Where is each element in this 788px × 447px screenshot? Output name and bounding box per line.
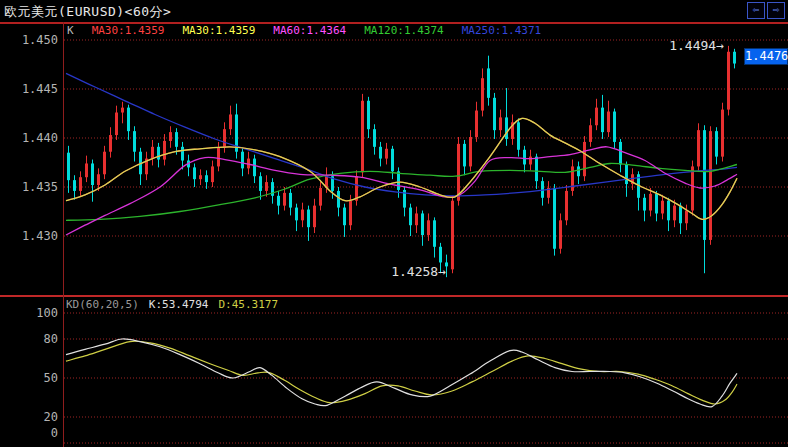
- ma-line-ma30: [66, 118, 737, 219]
- ma-legend: KMA30:1.4359MA30:1.4359MA60:1.4364MA120:…: [67, 24, 559, 37]
- chart-canvas[interactable]: [0, 0, 788, 447]
- ma-line-ma250: [66, 73, 737, 196]
- y-axis-label: 1.440: [0, 131, 58, 145]
- ma-legend-item-0: MA30:1.4359: [92, 24, 165, 37]
- y-axis-label: 0: [0, 426, 58, 440]
- y-axis-label: 1.430: [0, 229, 58, 243]
- ma-legend-item-3: MA120:1.4374: [364, 24, 443, 37]
- y-axis-label: 1.450: [0, 33, 58, 47]
- ma-line-ma120: [66, 163, 737, 220]
- kd-line-k: [66, 339, 737, 407]
- ma-line-ma30-red: [66, 118, 737, 219]
- kd-legend: KD(60,20,5)K:53.4794D:45.3177: [66, 298, 288, 311]
- kd-k-value: K:53.4794: [149, 298, 209, 311]
- low-price-annotation: 1.4258→: [360, 264, 446, 279]
- y-axis-label: 50: [0, 371, 58, 385]
- kd-d-value: D:45.3177: [218, 298, 278, 311]
- kd-line-d: [66, 341, 737, 404]
- ma-legend-item-4: MA250:1.4371: [462, 24, 541, 37]
- ma-legend-item-1: MA30:1.4359: [182, 24, 255, 37]
- k-series-label: K: [67, 24, 74, 37]
- y-axis-label: 1.445: [0, 82, 58, 96]
- ma-legend-item-2: MA60:1.4364: [273, 24, 346, 37]
- ma-line-ma60: [66, 147, 737, 235]
- high-price-annotation: 1.4494→: [640, 38, 724, 53]
- y-axis-label: 20: [0, 410, 58, 424]
- y-axis-label: 80: [0, 332, 58, 346]
- ma-legend-items: MA30:1.4359MA30:1.4359MA60:1.4364MA120:1…: [83, 24, 551, 37]
- trading-app-window: 欧元美元(EURUSD)<60分> ⇦ ⇨ KMA30:1.4359MA30:1…: [0, 0, 788, 447]
- y-axis-label: 100: [0, 306, 58, 320]
- last-price-tag: 1.4476: [744, 48, 788, 65]
- kd-indicator-name: KD(60,20,5): [66, 298, 139, 311]
- y-axis-label: 1.435: [0, 180, 58, 194]
